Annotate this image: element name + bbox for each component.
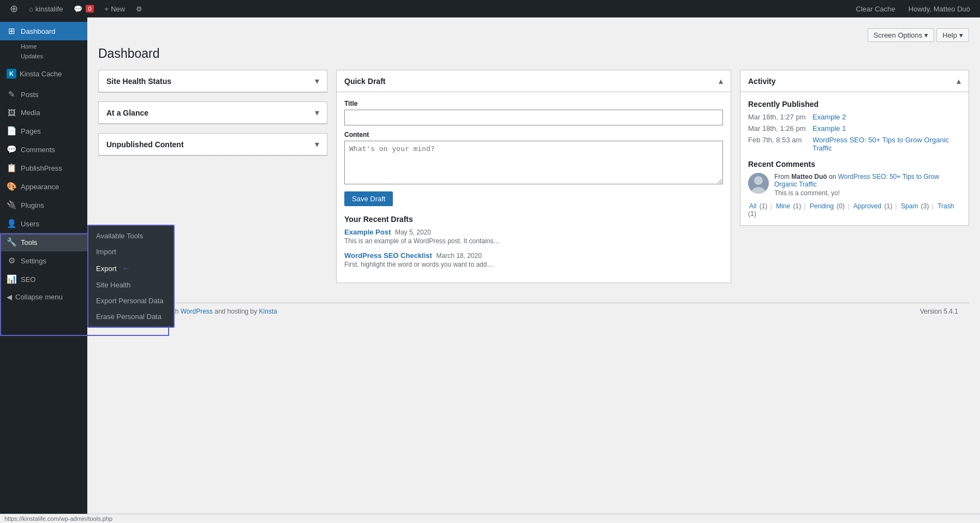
sidebar-item-plugins-label: Plugins [21,201,81,209]
sidebar-item-publishpress[interactable]: 📋 PublishPress [0,159,87,177]
draft-excerpt-2: First, highlight the word or words you w… [344,261,723,268]
submenu-import[interactable]: Import [88,244,174,260]
help-button[interactable]: Help ▾ [936,28,969,42]
filter-approved[interactable]: Approved [853,202,881,210]
unpublished-content-toggle: ▾ [315,139,319,149]
filter-spam[interactable]: Spam [901,202,918,210]
kinsta-cache-label: Kinsta Cache [20,70,62,78]
sep-1: | [770,202,772,210]
activity-date-2: Mar 18th, 1:26 pm [748,124,808,133]
unpublished-content-header[interactable]: Unpublished Content ▾ [99,134,327,155]
activity-title: Activity [748,77,776,86]
filter-trash[interactable]: Trash [937,202,954,210]
comment-body: This is a comment, yo! [774,189,961,197]
sidebar-item-users[interactable]: 👤 Users [0,214,87,233]
sidebar-item-pages[interactable]: 📄 Pages [0,122,87,140]
submenu-available-tools[interactable]: Available Tools [88,228,174,244]
clear-cache-label: Clear Cache [856,5,895,13]
activity-item-2: Mar 18th, 1:26 pm Example 1 [748,124,961,133]
site-health-status-header[interactable]: Site Health Status ▾ [99,70,327,92]
activity-link-3[interactable]: WordPress SEO: 50+ Tips to Grow Organic … [812,136,961,152]
help-label: Help [942,31,957,39]
draft-date-1: May 5, 2020 [395,229,431,236]
clear-cache-button[interactable]: Clear Cache [851,0,901,17]
quick-draft-toggle: ▴ [719,76,723,86]
plus-icon: + [105,5,109,13]
save-draft-button[interactable]: Save Draft [344,191,393,206]
svg-point-1 [754,176,763,185]
sidebar-item-dashboard-label: Dashboard [21,27,81,35]
kinsta-link[interactable]: Kinsta [259,308,277,315]
at-a-glance-header[interactable]: At a Glance ▾ [99,102,327,124]
posts-icon: ✎ [7,89,16,99]
submenu-export[interactable]: Export ← [88,260,174,277]
page-title: Dashboard [98,46,969,61]
sidebar-item-home[interactable]: Home [21,41,81,51]
pages-icon: 📄 [7,126,16,136]
submenu-erase-personal-data[interactable]: Erase Personal Data [88,309,174,324]
submenu-export-personal-data[interactable]: Export Personal Data [88,293,174,309]
sidebar-item-posts[interactable]: ✎ Posts [0,85,87,104]
main-content: Screen Options ▾ Help ▾ Dashboard Site H… [87,17,980,523]
admin-bar: ⊕ ⌂ kinstalife 💬 0 + New ⚙ Clear Cache H… [0,0,980,17]
sidebar-item-media[interactable]: 🖼 Media [0,104,87,122]
filter-pending[interactable]: Pending [810,202,834,210]
sidebar-item-seo[interactable]: 📊 SEO [0,270,87,288]
wordpress-link[interactable]: WordPress [181,308,213,315]
plugin-icon-item[interactable]: ⚙ [130,0,148,17]
export-personal-data-label: Export Personal Data [96,297,164,305]
draft-link-1[interactable]: Example Post [344,228,391,236]
sep-3: | [847,202,849,210]
site-health-status-title: Site Health Status [106,77,171,86]
activity-link-2[interactable]: Example 1 [812,124,846,133]
wp-logo-item[interactable]: ⊕ [4,0,23,17]
sidebar-item-kinsta-cache[interactable]: K Kinsta Cache [0,64,87,85]
activity-header[interactable]: Activity ▴ [740,70,969,92]
collapse-label: Collapse menu [15,293,63,301]
wp-icon: ⊕ [10,3,18,15]
sidebar-item-pages-label: Pages [21,127,81,135]
new-content-item[interactable]: + New [99,0,131,17]
sidebar-item-appearance[interactable]: 🎨 Appearance [0,177,87,196]
dashboard-columns: Site Health Status ▾ At a Glance ▾ Unpub… [98,70,969,292]
erase-personal-data-label: Erase Personal Data [96,312,162,321]
comment-block: From Matteo Duò on WordPress SEO: 50+ Ti… [748,173,961,197]
howdy-item[interactable]: Howdy, Matteo Duò [903,0,976,17]
sidebar-item-tools[interactable]: 🔧 Tools [0,233,87,251]
sidebar-item-comments[interactable]: 💬 Comments [0,140,87,159]
sidebar-item-comments-label: Comments [21,146,81,154]
at-a-glance-toggle: ▾ [315,107,319,118]
quick-draft-header[interactable]: Quick Draft ▴ [337,70,731,92]
sidebar-item-appearance-label: Appearance [21,183,81,191]
filter-mine[interactable]: Mine [776,202,790,210]
activity-toggle: ▴ [957,76,961,86]
draft-link-2[interactable]: WordPress SEO Checklist [344,251,432,260]
submenu-site-health[interactable]: Site Health [88,277,174,293]
export-label: Export [96,264,117,273]
title-label: Title [344,100,723,107]
collapse-menu-button[interactable]: ◀ Collapse menu [0,288,87,305]
site-name-item[interactable]: ⌂ kinstalife [23,0,68,17]
statusbar-url: https://kinstalife.com/wp-admin/tools.ph… [4,515,112,522]
comments-count: 0 [86,5,93,13]
sidebar-item-settings[interactable]: ⚙ Settings [0,251,87,270]
title-input[interactable] [344,110,723,125]
filter-all[interactable]: All [749,202,756,210]
draft-date-2: March 18, 2020 [437,252,482,260]
comments-item[interactable]: 💬 0 [68,0,99,17]
sidebar-item-plugins[interactable]: 🔌 Plugins [0,196,87,214]
site-health-status-toggle: ▾ [315,76,319,86]
left-column: Site Health Status ▾ At a Glance ▾ Unpub… [98,70,327,165]
activity-link-1[interactable]: Example 2 [812,113,846,121]
kinsta-icon: K [7,69,16,79]
sidebar-item-settings-label: Settings [21,257,81,265]
chevron-down-icon-help: ▾ [959,31,963,39]
screen-options-button[interactable]: Screen Options ▾ [868,28,935,42]
recently-published-title: Recently Published [748,100,961,109]
plugin-icon: ⚙ [136,5,142,13]
content-textarea[interactable] [344,141,723,184]
sidebar-item-dashboard[interactable]: ⊞ Dashboard [0,22,87,40]
sidebar-item-updates[interactable]: Updates [21,51,81,61]
site-name-icon: ⌂ [29,5,33,13]
plugins-icon: 🔌 [7,200,16,210]
